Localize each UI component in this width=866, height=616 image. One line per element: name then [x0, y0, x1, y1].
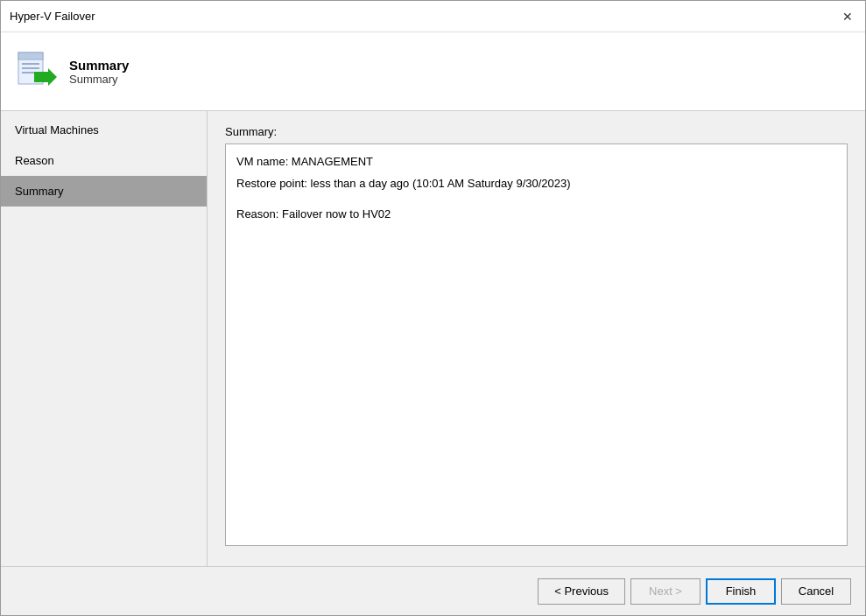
footer: < Previous Next > Finish Cancel — [1, 566, 865, 615]
sidebar-item-virtual-machines[interactable]: Virtual Machines — [1, 115, 207, 145]
next-button[interactable]: Next > — [630, 578, 701, 605]
header-title: Summary — [69, 58, 129, 73]
svg-rect-4 — [22, 72, 34, 74]
summary-line-1: VM name: MANAGEMENT — [236, 153, 836, 172]
svg-rect-2 — [22, 63, 39, 65]
content-area: Virtual Machines Reason Summary Summary:… — [1, 111, 865, 566]
dialog-title: Hyper-V Failover — [10, 10, 95, 23]
header-area: Summary Summary — [1, 32, 865, 111]
close-button[interactable]: ✕ — [839, 8, 856, 25]
sidebar: Virtual Machines Reason Summary — [1, 111, 208, 566]
summary-line-2: Restore point: less than a day ago (10:0… — [236, 175, 836, 193]
title-bar: Hyper-V Failover ✕ — [1, 1, 865, 32]
summary-line-3: Reason: Failover now to HV02 — [236, 206, 836, 224]
header-subtitle: Summary — [69, 73, 129, 86]
dialog-window: Hyper-V Failover ✕ Summary Summary Virtu… — [0, 0, 866, 616]
previous-button[interactable]: < Previous — [538, 578, 625, 605]
cancel-button[interactable]: Cancel — [781, 578, 851, 605]
summary-box: VM name: MANAGEMENT Restore point: less … — [225, 144, 848, 546]
sidebar-item-summary[interactable]: Summary — [1, 176, 207, 206]
svg-rect-1 — [18, 52, 43, 60]
header-icon — [15, 51, 57, 93]
main-content: Summary: VM name: MANAGEMENT Restore poi… — [208, 111, 865, 566]
sidebar-item-reason[interactable]: Reason — [1, 145, 207, 176]
header-text-block: Summary Summary — [69, 58, 129, 86]
svg-rect-3 — [22, 67, 39, 69]
summary-label: Summary: — [225, 125, 848, 138]
finish-button[interactable]: Finish — [706, 578, 776, 605]
